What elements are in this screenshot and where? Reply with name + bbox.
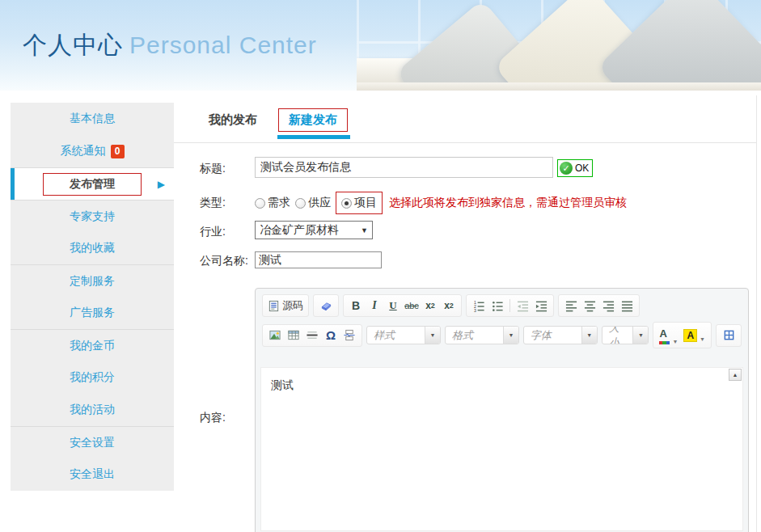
text-color-button[interactable]: A ▼: [657, 324, 680, 346]
validation-ok-badge: ✓ OK: [557, 159, 593, 177]
radio-icon[interactable]: [255, 198, 265, 209]
insert-table-button[interactable]: [285, 327, 302, 344]
source-code-button[interactable]: 源码: [266, 297, 305, 315]
editor-toolbar: 源码 B I U abc x2 x2: [256, 289, 748, 356]
radio-icon[interactable]: [295, 198, 306, 209]
editor-content-area[interactable]: ▲ 测试: [260, 367, 743, 531]
annotation-red-box: 发布管理: [43, 173, 142, 196]
radio-supply[interactable]: 供应: [295, 196, 331, 210]
sidebar-item-my-activities[interactable]: 我的活动: [11, 394, 174, 426]
bg-color-button[interactable]: A ▼: [681, 327, 708, 344]
page-title-en: Personal Center: [129, 32, 317, 58]
chevron-down-icon: ▼: [700, 336, 705, 342]
subscript-button[interactable]: x2: [421, 297, 439, 315]
sidebar-item-label: 专家支持: [70, 209, 115, 224]
font-dropdown[interactable]: 字体 ▼: [523, 326, 598, 344]
radio-label: 项目: [354, 196, 377, 210]
radio-project[interactable]: 项目: [341, 196, 377, 210]
numbered-list-icon: 123: [473, 300, 485, 312]
table-icon: [287, 329, 300, 341]
align-right-button[interactable]: [599, 297, 617, 315]
tab-bar: 我的发布 新建发布: [209, 108, 348, 132]
toolbar-row-1: 源码 B I U abc x2 x2: [262, 294, 742, 317]
sidebar-item-security-settings[interactable]: 安全设置: [11, 426, 174, 458]
source-doc-icon: [268, 300, 280, 312]
sidebar-item-publish-manage[interactable]: 发布管理 ▶: [11, 167, 174, 200]
subscript-base: x: [425, 300, 431, 311]
industry-select[interactable]: 冶金矿产原材料 ▼: [255, 221, 373, 239]
bulleted-list-button[interactable]: [488, 297, 506, 315]
highlight-a-icon: A: [683, 329, 697, 342]
bulleted-list-icon: [492, 300, 504, 312]
indent-button[interactable]: [532, 297, 550, 315]
editor-body-text[interactable]: 测试: [261, 368, 742, 403]
sidebar-item-ad-service[interactable]: 广告服务: [11, 297, 174, 329]
remove-format-button[interactable]: [317, 297, 335, 315]
sidebar-item-basic-info[interactable]: 基本信息: [11, 103, 174, 135]
sidebar-item-label: 我的收藏: [70, 241, 115, 255]
scrollbar-up-button[interactable]: ▲: [729, 369, 742, 381]
page-title-zh: 个人中心: [23, 32, 123, 58]
sidebar-item-label: 我的活动: [70, 403, 115, 417]
superscript-button[interactable]: x2: [440, 297, 458, 315]
tab-my-posts[interactable]: 我的发布: [209, 112, 257, 128]
chevron-down-icon[interactable]: ▼: [503, 327, 518, 344]
page-break-button[interactable]: [340, 327, 358, 344]
sidebar-item-system-notice[interactable]: 系统通知 0: [11, 135, 174, 167]
align-center-button[interactable]: [581, 297, 598, 315]
tab-new-post[interactable]: 新建发布: [289, 112, 337, 126]
bold-button[interactable]: B: [347, 297, 365, 315]
title-input[interactable]: [255, 157, 553, 178]
special-char-button[interactable]: Ω: [322, 327, 340, 344]
numbered-list-button[interactable]: 123: [470, 297, 488, 315]
maximize-button[interactable]: [720, 327, 738, 344]
insert-image-button[interactable]: [266, 327, 284, 344]
radio-label: 供应: [308, 196, 331, 210]
superscript-num: 2: [450, 302, 454, 310]
chevron-down-icon[interactable]: ▼: [581, 327, 597, 344]
font-dropdown-label: 字体: [524, 328, 581, 343]
toolbar-group-colors: A ▼ A ▼: [653, 322, 712, 348]
styles-dropdown[interactable]: 样式 ▼: [366, 326, 441, 344]
align-right-icon: [602, 300, 615, 312]
sidebar-item-my-favorites[interactable]: 我的收藏: [11, 232, 174, 264]
sidebar-item-my-coins[interactable]: 我的金币: [11, 329, 174, 361]
sidebar-item-label: 安全退出: [70, 467, 115, 482]
source-button-label: 源码: [282, 298, 303, 313]
outdent-button[interactable]: [514, 297, 531, 315]
align-left-icon: [565, 300, 577, 312]
sidebar-item-label: 系统通知: [61, 144, 106, 158]
image-icon: [268, 329, 281, 341]
toolbar-group-lists: 123: [466, 294, 554, 317]
sidebar-item-logout[interactable]: 安全退出: [11, 458, 174, 491]
strikethrough-button[interactable]: abc: [403, 297, 421, 315]
title-label: 标题:: [200, 162, 226, 176]
format-dropdown[interactable]: 格式 ▼: [445, 326, 519, 344]
radio-demand[interactable]: 需求: [255, 196, 290, 210]
size-dropdown-label: 大小: [602, 326, 633, 344]
ok-label: OK: [575, 163, 589, 174]
company-input[interactable]: [255, 251, 382, 268]
shelf: [357, 82, 761, 91]
size-dropdown[interactable]: 大小 ▼: [602, 326, 649, 344]
sidebar-item-custom-service[interactable]: 定制服务: [11, 264, 174, 297]
chevron-down-icon[interactable]: ▼: [425, 327, 440, 344]
italic-button[interactable]: I: [366, 297, 383, 315]
align-left-button[interactable]: [562, 297, 580, 315]
sidebar-item-expert-support[interactable]: 专家支持: [11, 200, 174, 232]
chevron-down-icon[interactable]: ▼: [632, 327, 648, 344]
horizontal-rule-button[interactable]: [303, 327, 321, 344]
letter-a: A: [659, 327, 666, 340]
type-hint-text: 选择此项将发布到独家信息，需通过管理员审核: [389, 196, 627, 210]
radio-checked-icon[interactable]: [341, 198, 352, 209]
align-justify-button[interactable]: [618, 297, 636, 315]
toolbar-group-align: [558, 294, 640, 317]
sidebar-item-label: 发布管理: [70, 177, 115, 190]
type-label: 类型:: [200, 196, 226, 210]
tab-divider-line: [174, 142, 756, 143]
underline-button[interactable]: U: [384, 297, 402, 315]
sidebar-item-my-points[interactable]: 我的积分: [11, 361, 174, 394]
superscript-base: x: [444, 300, 450, 311]
svg-text:3: 3: [473, 307, 476, 311]
styles-dropdown-label: 样式: [367, 328, 425, 343]
